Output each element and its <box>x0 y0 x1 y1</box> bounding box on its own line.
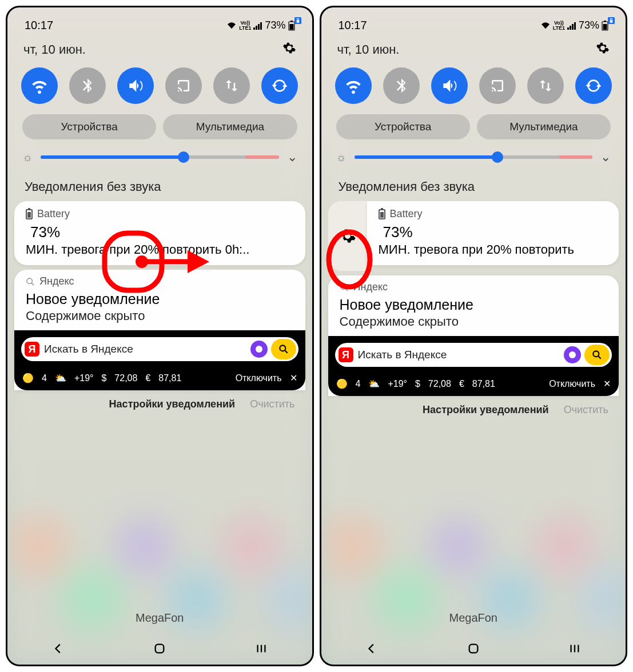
navigation-bar <box>7 633 312 665</box>
notif-subtitle: МИН. тревога при 20% повторить 0h:.. <box>26 242 294 257</box>
search-icon <box>26 277 35 286</box>
search-submit-button[interactable] <box>584 345 610 365</box>
recents-button[interactable] <box>563 637 586 660</box>
status-bar: 10:17 Vo))LTE1 73% <box>321 7 626 38</box>
yandex-search-box[interactable]: Я Искать в Яндексе <box>335 343 612 367</box>
silent-section-title: Уведомления без звука <box>7 177 312 201</box>
phone-screenshot-left: 10:17 Vo))LTE1 73% чт, 10 июн. Устро <box>6 6 314 666</box>
close-icon[interactable]: ✕ <box>603 378 611 389</box>
phone-screenshot-right: 10:17 Vo))LTE1 73% чт, 10 июн. Устро <box>320 6 628 666</box>
svg-rect-22 <box>570 26 571 30</box>
search-icon <box>340 283 349 292</box>
settings-gear-icon[interactable] <box>282 41 296 58</box>
notif-subtitle: МИН. тревога при 20% повторить <box>379 242 608 257</box>
battery-pct-text: 73% <box>265 19 285 31</box>
svg-rect-13 <box>156 645 164 653</box>
brightness-slider[interactable] <box>355 155 592 159</box>
home-button[interactable] <box>148 637 171 660</box>
svg-line-33 <box>599 357 601 359</box>
qs-cast[interactable] <box>479 67 516 104</box>
qs-sound[interactable] <box>117 67 154 104</box>
expand-chevron-down-icon[interactable]: ⌄ <box>287 150 297 165</box>
battery-app-icon <box>26 209 33 219</box>
clock: 10:17 <box>339 19 367 32</box>
notif-app-name: Battery <box>37 208 70 220</box>
yandex-search-widget: Я Искать в Яндексе <box>328 336 619 374</box>
notification-settings-link[interactable]: Настройки уведомлений <box>109 398 236 410</box>
qs-bluetooth[interactable] <box>383 67 420 104</box>
air-quality-value: 4 <box>356 379 361 389</box>
cell-signal-icon <box>253 22 262 30</box>
back-button[interactable] <box>360 637 383 660</box>
air-quality-value: 4 <box>42 373 47 383</box>
close-icon[interactable]: ✕ <box>290 373 297 383</box>
disable-button[interactable]: Отключить <box>549 379 595 389</box>
svg-point-7 <box>27 278 32 283</box>
status-icons: Vo))LTE1 73% <box>540 19 608 31</box>
clear-all-button[interactable]: Очистить <box>564 404 608 416</box>
expand-chevron-down-icon[interactable]: ⌄ <box>600 150 611 165</box>
notification-battery[interactable]: Battery 73% МИН. тревога при 20% повтори… <box>14 201 305 265</box>
devices-panel-button[interactable]: Устройства <box>22 114 156 139</box>
notification-settings-gear-button[interactable] <box>328 201 367 271</box>
brightness-thumb[interactable] <box>492 151 503 163</box>
media-panel-button[interactable]: Мультимедиа <box>163 114 297 139</box>
back-button[interactable] <box>47 637 70 660</box>
recents-button[interactable] <box>250 637 273 660</box>
alice-icon[interactable] <box>250 341 268 358</box>
home-button[interactable] <box>462 637 485 660</box>
usd-value: 72,08 <box>114 373 137 383</box>
quick-settings-row <box>7 64 312 114</box>
qs-wifi[interactable] <box>335 67 372 104</box>
yandex-notif-title: Новое уведомление <box>340 297 608 313</box>
notif-app-name: Battery <box>390 208 423 220</box>
settings-gear-icon[interactable] <box>596 41 610 58</box>
qs-cast[interactable] <box>165 67 202 104</box>
svg-rect-34 <box>469 645 477 653</box>
qs-data-swap[interactable] <box>527 67 564 104</box>
qs-data-swap[interactable] <box>213 67 250 104</box>
svg-rect-0 <box>253 27 255 30</box>
usd-icon: $ <box>415 379 420 389</box>
air-quality-icon: 🟡 <box>336 378 348 389</box>
qs-rotate[interactable] <box>261 67 298 104</box>
qs-wifi[interactable] <box>21 67 58 104</box>
cell-signal-icon <box>567 22 576 30</box>
yandex-search-box[interactable]: Я Искать в Яндексе <box>21 337 298 361</box>
alice-icon[interactable] <box>564 346 581 363</box>
svg-point-32 <box>593 351 599 357</box>
qs-rotate[interactable] <box>575 67 612 104</box>
notification-yandex[interactable]: Яндекс Новое уведомление Содержимое скры… <box>14 270 305 390</box>
eur-icon: € <box>145 373 150 383</box>
media-panel-button[interactable]: Мультимедиа <box>477 114 611 139</box>
notification-yandex[interactable]: Яндекс Новое уведомление Содержимое скры… <box>328 275 619 396</box>
yandex-logo-icon: Я <box>339 347 353 362</box>
qs-bluetooth[interactable] <box>69 67 106 104</box>
brightness-thumb[interactable] <box>178 151 189 163</box>
navigation-bar <box>321 633 626 665</box>
air-quality-icon: 🟡 <box>22 373 34 383</box>
date-text: чт, 10 июн. <box>23 42 86 57</box>
yandex-app-name: Яндекс <box>39 275 74 287</box>
quick-settings-row <box>321 64 626 114</box>
search-submit-button[interactable] <box>271 339 296 359</box>
brightness-slider[interactable] <box>41 155 278 159</box>
carrier-label: MegaFon <box>7 611 312 625</box>
svg-line-29 <box>345 289 348 291</box>
svg-rect-24 <box>574 22 576 30</box>
yandex-notif-sub: Содержимое скрыто <box>26 309 294 323</box>
usd-value: 72,08 <box>428 379 451 389</box>
yandex-info-strip: 🟡4 ⛅+19° $72,08 €87,81 Отключить ✕ <box>328 374 619 396</box>
eur-icon: € <box>459 379 464 389</box>
devices-panel-button[interactable]: Устройства <box>336 114 470 139</box>
eur-value: 87,81 <box>472 379 495 389</box>
notification-battery[interactable]: Battery 73% МИН. тревога при 20% повтори… <box>367 201 619 265</box>
disable-button[interactable]: Отключить <box>236 373 282 383</box>
qs-sound[interactable] <box>431 67 468 104</box>
notification-settings-link[interactable]: Настройки уведомлений <box>423 404 549 416</box>
date-text: чт, 10 июн. <box>337 42 400 57</box>
clear-all-button[interactable]: Очистить <box>250 398 294 410</box>
usd-icon: $ <box>101 373 106 383</box>
status-icons: Vo))LTE1 73% <box>226 19 294 31</box>
volte-icon: Vo))LTE1 <box>553 21 565 31</box>
